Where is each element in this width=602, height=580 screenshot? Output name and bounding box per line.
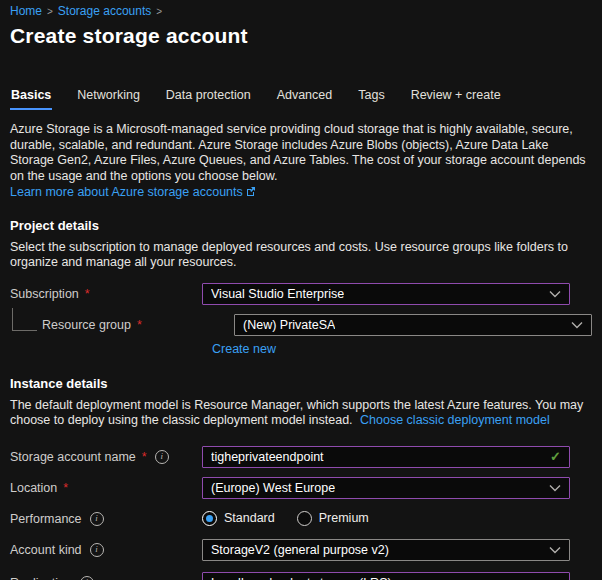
radio-standard-label: Standard <box>224 511 275 525</box>
performance-radio-group: Standard Premium <box>202 508 570 526</box>
tab-bar: Basics Networking Data protection Advanc… <box>10 86 592 110</box>
chevron-down-icon <box>571 321 583 329</box>
required-asterisk: * <box>63 481 68 495</box>
radio-premium-label: Premium <box>319 511 369 525</box>
checkmark-icon: ✓ <box>550 449 561 464</box>
instance-details-heading: Instance details <box>10 376 592 391</box>
external-link-icon <box>246 185 256 201</box>
learn-more-link-label: Learn more about Azure storage accounts <box>10 185 243 199</box>
chevron-down-icon <box>549 290 561 298</box>
replication-row: Replication i Locally-redundant storage … <box>10 572 592 580</box>
replication-label-text: Replication <box>10 576 72 580</box>
chevron-down-icon <box>549 546 561 554</box>
account-kind-dropdown[interactable]: StorageV2 (general purpose v2) <box>202 539 570 561</box>
subscription-row: Subscription* Visual Studio Enterprise <box>10 283 592 305</box>
subscription-dropdown[interactable]: Visual Studio Enterprise <box>202 283 570 305</box>
child-field-connector <box>12 308 37 331</box>
tab-data-protection[interactable]: Data protection <box>165 86 252 110</box>
breadcrumb: Home > Storage accounts > <box>10 4 592 18</box>
create-new-link[interactable]: Create new <box>212 342 276 356</box>
project-details-description: Select the subscription to manage deploy… <box>10 240 592 271</box>
chevron-down-icon <box>549 484 561 492</box>
storage-account-name-label-text: Storage account name <box>10 450 136 464</box>
tab-networking[interactable]: Networking <box>76 86 141 110</box>
info-icon[interactable]: i <box>80 576 94 580</box>
page-title: Create storage account <box>10 24 592 48</box>
account-kind-label: Account kind i <box>10 539 202 557</box>
performance-label: Performance i <box>10 508 202 526</box>
tab-tags[interactable]: Tags <box>357 86 385 110</box>
choose-classic-deployment-link[interactable]: Choose classic deployment model <box>360 413 550 427</box>
resource-group-label: Resource group* <box>10 314 234 332</box>
account-kind-label-text: Account kind <box>10 543 82 557</box>
info-icon[interactable]: i <box>155 450 169 464</box>
tab-review-create[interactable]: Review + create <box>410 86 502 110</box>
info-icon[interactable]: i <box>90 543 104 557</box>
breadcrumb-separator: > <box>156 6 162 17</box>
create-storage-account-page: Home > Storage accounts > Create storage… <box>0 0 602 580</box>
intro-description: Azure Storage is a Microsoft-managed ser… <box>10 122 586 183</box>
storage-account-name-row: Storage account name* i tigheprivateendp… <box>10 446 592 468</box>
tab-basics[interactable]: Basics <box>10 86 52 110</box>
radio-circle-icon <box>297 511 312 526</box>
subscription-value: Visual Studio Enterprise <box>211 287 344 301</box>
required-asterisk: * <box>137 318 142 332</box>
resource-group-label-text: Resource group <box>42 318 131 332</box>
radio-standard[interactable]: Standard <box>202 511 275 526</box>
intro-text: Azure Storage is a Microsoft-managed ser… <box>10 122 592 201</box>
account-kind-row: Account kind i StorageV2 (general purpos… <box>10 539 592 561</box>
subscription-label-text: Subscription <box>10 287 79 301</box>
storage-account-name-label: Storage account name* i <box>10 446 202 464</box>
location-value: (Europe) West Europe <box>211 481 335 495</box>
resource-group-row: Resource group* (New) PrivateSA <box>10 314 592 336</box>
learn-more-link[interactable]: Learn more about Azure storage accounts <box>10 185 256 201</box>
storage-account-name-input[interactable]: tigheprivateendpoint ✓ <box>202 446 570 468</box>
replication-label: Replication i <box>10 572 202 580</box>
performance-row: Performance i Standard Premium <box>10 508 592 526</box>
radio-circle-icon <box>202 511 217 526</box>
location-row: Location* (Europe) West Europe <box>10 477 592 499</box>
required-asterisk: * <box>85 287 90 301</box>
account-kind-value: StorageV2 (general purpose v2) <box>211 543 389 557</box>
performance-label-text: Performance <box>10 512 82 526</box>
info-icon[interactable]: i <box>90 512 104 526</box>
location-label-text: Location <box>10 481 57 495</box>
resource-group-value: (New) PrivateSA <box>243 318 335 332</box>
resource-group-dropdown[interactable]: (New) PrivateSA <box>234 314 592 336</box>
breadcrumb-storage-accounts-link[interactable]: Storage accounts <box>58 4 151 18</box>
instance-details-description: The default deployment model is Resource… <box>10 398 592 429</box>
subscription-label: Subscription* <box>10 283 202 301</box>
tab-advanced[interactable]: Advanced <box>276 86 334 110</box>
storage-account-name-value: tigheprivateendpoint <box>211 450 324 464</box>
project-details-heading: Project details <box>10 218 592 233</box>
create-new-row: Create new <box>212 342 592 356</box>
location-dropdown[interactable]: (Europe) West Europe <box>202 477 570 499</box>
location-label: Location* <box>10 477 202 495</box>
radio-premium[interactable]: Premium <box>297 511 369 526</box>
required-asterisk: * <box>142 450 147 464</box>
replication-value: Locally-redundant storage (LRS) <box>211 576 392 580</box>
replication-dropdown[interactable]: Locally-redundant storage (LRS) <box>202 572 570 580</box>
breadcrumb-separator: > <box>47 6 53 17</box>
breadcrumb-home-link[interactable]: Home <box>10 4 42 18</box>
